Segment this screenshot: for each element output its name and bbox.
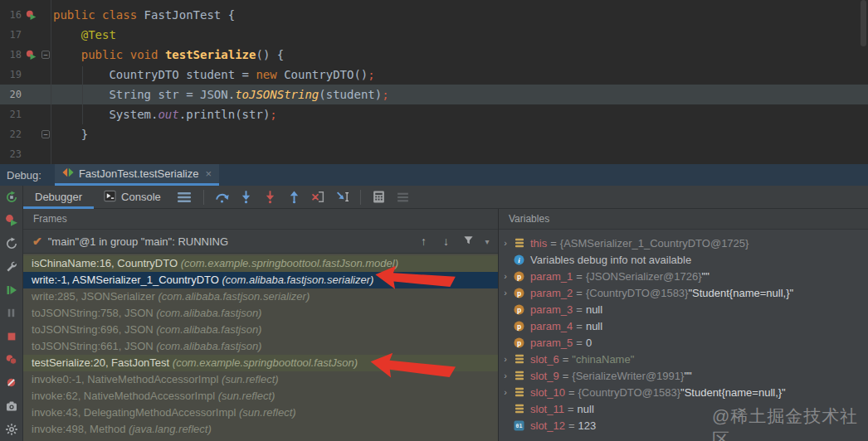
- editor-scrollbar[interactable]: [861, 0, 866, 46]
- expand-chevron-icon[interactable]: ›: [499, 271, 512, 281]
- variable-name: this: [530, 237, 547, 250]
- expand-chevron-icon[interactable]: ›: [499, 371, 512, 380]
- code-line[interactable]: 22− }: [0, 124, 868, 144]
- line-number: 22: [0, 124, 22, 144]
- thread-text: "main"@1 in group "main": RUNNING: [48, 235, 412, 248]
- evaluate-expression-button[interactable]: [368, 187, 389, 207]
- debug-session-tab[interactable]: FastJonTest.testSerialize ×: [55, 164, 219, 186]
- fold-space: [40, 104, 51, 124]
- frame-row[interactable]: invoke:62, NativeMethodAccessorImpl (sun…: [23, 388, 498, 405]
- tab-console[interactable]: Console: [94, 186, 171, 209]
- pause-program-button[interactable]: [4, 306, 18, 320]
- resume-program-button[interactable]: [4, 283, 18, 297]
- expand-chevron-icon[interactable]: ›: [499, 288, 512, 298]
- mute-breakpoints-button[interactable]: [4, 376, 18, 390]
- fold-icon[interactable]: −: [40, 45, 51, 65]
- step-out-button[interactable]: [284, 187, 305, 207]
- fold-space: [40, 85, 51, 104]
- frame-location: invoke0:-1, NativeMethodAccessorImpl: [32, 373, 222, 385]
- rerun-button[interactable]: [4, 190, 18, 204]
- frame-row[interactable]: invoke0:-1, NativeMethodAccessorImpl (su…: [23, 371, 498, 388]
- variable-row[interactable]: ›pparam_1={JSONSerializer@1726} "": [499, 268, 868, 284]
- layout-settings-button[interactable]: [393, 187, 413, 207]
- expand-chevron-icon[interactable]: ›: [499, 238, 512, 248]
- primitive-icon: 01: [512, 420, 526, 431]
- rerun-failed-tests-button[interactable]: [4, 213, 18, 227]
- force-step-into-button[interactable]: [260, 187, 280, 207]
- frame-row[interactable]: invoke:43, DelegatingMethodAccessorImpl …: [23, 405, 498, 421]
- test-settings-button[interactable]: [4, 259, 18, 274]
- code-line[interactable]: 23: [0, 144, 868, 164]
- variable-name: param_1: [530, 270, 573, 283]
- variable-row[interactable]: ›this={ASMSerializer_1_CountryDTO@1725}: [499, 235, 868, 251]
- svg-text:p: p: [517, 338, 521, 346]
- hamburger-menu-icon[interactable]: [178, 191, 191, 203]
- step-into-button[interactable]: [236, 187, 256, 207]
- expand-chevron-icon[interactable]: ›: [499, 354, 512, 364]
- frame-location: testSerialize:20, FastJonTest: [32, 356, 173, 369]
- code-line[interactable]: 20 String str = JSON.toJSONString(studen…: [0, 85, 868, 104]
- svg-text:p: p: [517, 272, 521, 280]
- frame-up-icon[interactable]: ↑: [412, 235, 435, 248]
- run-gutter-icon[interactable]: [22, 45, 40, 65]
- variable-row[interactable]: ›slot_6="chinaName": [499, 351, 868, 367]
- variable-row[interactable]: ›slot_9={SerializeWriter@1991} "": [499, 367, 868, 384]
- variable-name: param_4: [530, 320, 573, 332]
- settings-gear-button[interactable]: [4, 422, 18, 436]
- svg-text:01: 01: [516, 423, 523, 429]
- variable-row[interactable]: pparam_3=null: [499, 301, 868, 317]
- variable-row[interactable]: ›slot_10={CountryDTO@1583} "Student{name…: [499, 384, 868, 400]
- frame-package: (sun.reflect): [222, 373, 279, 385]
- variable-value: {CountryDTO@1583}: [578, 386, 681, 399]
- variable-row[interactable]: pparam_5=0: [499, 334, 868, 351]
- code-text: public class FastJonTest {: [51, 5, 235, 25]
- variable-value: "": [702, 270, 710, 283]
- code-line[interactable]: 21 System.out.println(str);: [0, 104, 868, 124]
- equals-sign: =: [576, 303, 583, 316]
- line-number: 17: [0, 25, 22, 45]
- frame-location: toJSONString:758, JSON: [32, 307, 156, 319]
- variable-row[interactable]: pparam_4=null: [499, 317, 868, 334]
- thread-dump-button[interactable]: [4, 399, 18, 413]
- svg-text:p: p: [517, 288, 521, 297]
- code-editor[interactable]: 16public class FastJonTest {17 @Test18− …: [0, 0, 868, 164]
- frame-package: (sun.reflect): [218, 390, 276, 402]
- variables-info-row[interactable]: iVariables debug info not available: [499, 251, 868, 268]
- filter-funnel-icon[interactable]: [457, 235, 480, 248]
- run-gutter-icon[interactable]: [22, 5, 40, 25]
- code-text: }: [51, 124, 88, 144]
- line-number: 21: [0, 104, 22, 124]
- frame-row[interactable]: write:285, JSONSerializer (com.alibaba.f…: [23, 288, 498, 305]
- code-line[interactable]: 16public class FastJonTest {: [0, 5, 868, 25]
- reload-changed-classes-button[interactable]: [4, 236, 18, 250]
- stop-button[interactable]: [4, 329, 18, 343]
- frame-row[interactable]: isChinaName:16, CountryDTO (com.example.…: [23, 255, 498, 272]
- frame-row[interactable]: toJSONString:696, JSON (com.alibaba.fast…: [23, 322, 498, 338]
- frame-row[interactable]: write:-1, ASMSerializer_1_CountryDTO (co…: [23, 272, 498, 288]
- close-icon[interactable]: ×: [205, 168, 212, 179]
- frame-location: toJSONString:696, JSON: [32, 323, 156, 336]
- expand-chevron-icon[interactable]: ›: [499, 387, 512, 397]
- view-breakpoints-button[interactable]: [4, 352, 18, 366]
- chevron-down-icon[interactable]: ▾: [480, 237, 495, 246]
- code-line[interactable]: 18− public void testSerialize() {: [0, 45, 868, 65]
- variable-row[interactable]: ›pparam_2={CountryDTO@1583} "Student{nam…: [499, 284, 868, 301]
- tab-debugger[interactable]: Debugger: [23, 186, 94, 209]
- code-text: public void testSerialize() {: [51, 45, 284, 65]
- line-number: 20: [0, 85, 22, 104]
- frame-row[interactable]: toJSONString:661, JSON (com.alibaba.fast…: [23, 338, 498, 355]
- variable-name: slot_11: [530, 403, 564, 415]
- frames-header: Frames: [23, 209, 498, 230]
- frame-row[interactable]: invoke:498, Method (java.lang.reflect): [23, 421, 498, 438]
- fold-icon[interactable]: −: [40, 124, 51, 144]
- code-line[interactable]: 17 @Test: [0, 25, 868, 45]
- step-over-button[interactable]: [212, 187, 232, 207]
- code-line[interactable]: 19 CountryDTO student = new CountryDTO()…: [0, 65, 868, 85]
- drop-frame-button[interactable]: [308, 187, 329, 207]
- run-to-cursor-button[interactable]: [332, 187, 353, 207]
- frame-row[interactable]: toJSONString:758, JSON (com.alibaba.fast…: [23, 305, 498, 322]
- code-text: [51, 144, 53, 164]
- thread-selector[interactable]: ✔ "main"@1 in group "main": RUNNING ↑ ↓ …: [23, 230, 498, 254]
- frame-row[interactable]: testSerialize:20, FastJonTest (com.examp…: [23, 355, 498, 371]
- frame-down-icon[interactable]: ↓: [435, 235, 457, 248]
